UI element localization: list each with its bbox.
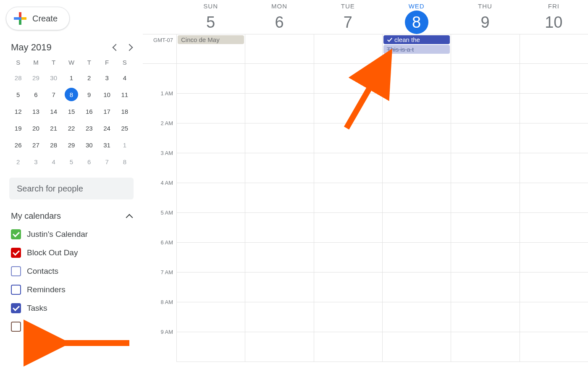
mini-day[interactable]: 11 [116,86,134,103]
time-slot[interactable] [177,332,245,362]
calendar-checkbox[interactable] [11,285,21,295]
time-slot[interactable] [177,273,245,302]
time-slot[interactable] [451,123,519,153]
task-chip-completed[interactable]: This is a t [383,45,450,54]
time-slot[interactable] [245,332,313,362]
allday-cell[interactable] [245,34,313,63]
calendar-item[interactable]: Block Out Day [8,244,134,262]
time-slot[interactable] [451,243,519,273]
time-slot[interactable] [520,213,588,243]
mini-day[interactable]: 9 [80,86,98,103]
prev-month-icon[interactable] [113,44,120,51]
mini-day[interactable]: 28 [9,69,27,86]
mini-day[interactable]: 4 [116,69,134,86]
day-column[interactable] [245,64,313,362]
mini-day[interactable]: 8 [63,86,80,103]
mini-day[interactable]: 8 [116,153,134,170]
calendar-checkbox[interactable] [11,266,21,276]
mini-day[interactable]: 5 [63,153,80,170]
time-slot[interactable] [383,123,451,153]
mini-day[interactable]: 6 [27,86,45,103]
calendar-checkbox[interactable] [11,303,21,313]
mini-day[interactable]: 10 [98,86,116,103]
time-slot[interactable] [245,243,313,273]
time-slot[interactable] [245,183,313,213]
event-chip-holiday[interactable]: Cinco de May [178,35,244,44]
time-slot[interactable] [177,243,245,273]
mini-day[interactable]: 31 [98,136,116,153]
mini-day[interactable]: 7 [45,86,63,103]
time-slot[interactable] [383,94,451,123]
day-header[interactable]: SUN5 [176,0,245,34]
mini-day[interactable]: 19 [9,120,27,136]
time-slot[interactable] [314,332,382,362]
time-slot[interactable] [451,332,519,362]
time-slot[interactable] [451,213,519,243]
create-button[interactable]: Create [6,7,70,30]
time-slot[interactable] [245,273,313,302]
mini-day[interactable]: 2 [9,153,27,170]
calendar-item[interactable]: Reminders [8,280,134,299]
mini-day[interactable]: 12 [9,103,27,120]
calendar-checkbox[interactable] [11,322,21,332]
time-slot[interactable] [520,273,588,302]
time-slot[interactable] [177,153,245,183]
day-header[interactable]: WED8 [382,0,451,34]
mini-day[interactable]: 20 [27,120,45,136]
day-column[interactable] [451,64,519,362]
mini-day[interactable]: 7 [98,153,116,170]
mini-day[interactable]: 5 [9,86,27,103]
allday-cell[interactable] [520,34,588,63]
allday-cell[interactable]: Cinco de May [176,34,245,63]
calendar-item[interactable]: Justin's Calendar [8,225,134,244]
mini-day[interactable]: 14 [45,103,63,120]
time-slot[interactable] [520,153,588,183]
time-slot[interactable] [245,64,313,94]
time-slot[interactable] [245,94,313,123]
time-slot[interactable] [177,94,245,123]
calendar-item[interactable]: Contacts [8,262,134,280]
mini-day[interactable]: 18 [116,103,134,120]
time-slot[interactable] [520,183,588,213]
time-slot[interactable] [383,332,451,362]
day-header[interactable]: MON6 [245,0,313,34]
time-slot[interactable] [314,153,382,183]
mini-day[interactable]: 16 [80,103,98,120]
mini-day[interactable]: 1 [63,69,80,86]
calendar-item[interactable]: Tasks [8,299,134,317]
time-slot[interactable] [383,153,451,183]
calendar-item[interactable]: us [8,317,134,336]
my-calendars-toggle[interactable]: My calendars [3,210,139,225]
time-slot[interactable] [314,213,382,243]
search-people-input[interactable]: Search for people [9,178,134,199]
time-slot[interactable] [177,64,245,94]
time-slot[interactable] [520,64,588,94]
mini-day[interactable]: 28 [45,136,63,153]
time-slot[interactable] [520,94,588,123]
time-slot[interactable] [383,243,451,273]
time-slot[interactable] [451,183,519,213]
mini-day[interactable]: 29 [63,136,80,153]
allday-cell[interactable] [451,34,519,63]
calendar-checkbox[interactable] [11,248,21,258]
mini-day[interactable]: 22 [63,120,80,136]
time-slot[interactable] [314,302,382,332]
mini-day[interactable]: 21 [45,120,63,136]
time-slot[interactable] [245,302,313,332]
time-slot[interactable] [383,183,451,213]
day-header[interactable]: FRI10 [520,0,588,34]
time-slot[interactable] [451,273,519,302]
time-slot[interactable] [520,243,588,273]
day-column[interactable] [176,64,245,362]
mini-day[interactable]: 23 [80,120,98,136]
time-slot[interactable] [520,123,588,153]
time-slot[interactable] [383,213,451,243]
time-slot[interactable] [177,213,245,243]
time-slot[interactable] [451,94,519,123]
mini-day[interactable]: 15 [63,103,80,120]
time-slot[interactable] [383,64,451,94]
day-header[interactable]: TUE7 [314,0,382,34]
time-slot[interactable] [245,123,313,153]
time-slot[interactable] [314,273,382,302]
mini-day[interactable]: 26 [9,136,27,153]
